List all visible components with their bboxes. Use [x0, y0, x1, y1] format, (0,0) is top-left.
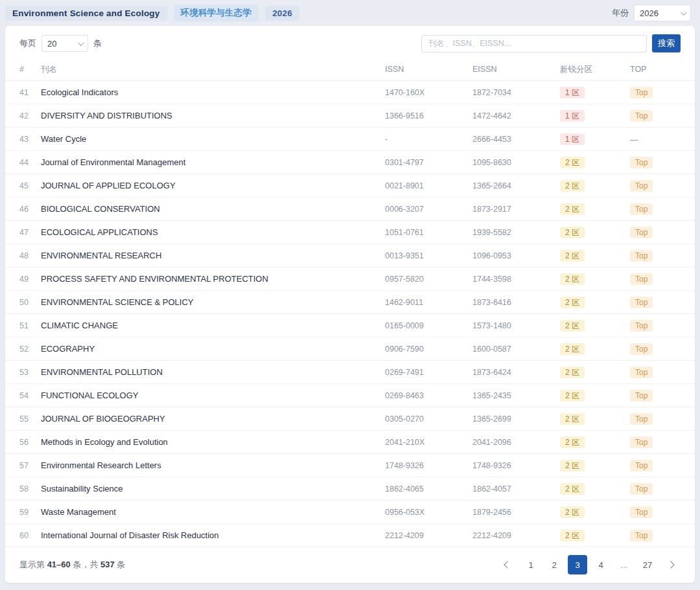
prev-page-button[interactable] — [498, 555, 517, 574]
zone-badge: 2 区 — [560, 506, 585, 518]
zone-badge: 2 区 — [560, 273, 585, 285]
result-summary: 显示第 41–60 条，共 537 条 — [19, 559, 125, 571]
top-cell: Top — [630, 226, 681, 238]
page-button[interactable]: 1 — [521, 555, 541, 574]
top-cell: Top — [630, 413, 681, 425]
table-toolbar: 每页 20 条 搜索 — [5, 26, 695, 58]
zone-cell: 2 区 — [560, 319, 630, 332]
table-row: 43 Water Cycle - 2666-4453 1 区 — — [5, 127, 695, 150]
journal-name[interactable]: Journal of Environmental Management — [41, 157, 385, 167]
search-button[interactable]: 搜索 — [652, 34, 681, 52]
journal-name[interactable]: Environmental Research Letters — [41, 460, 385, 470]
zone-badge: 2 区 — [560, 250, 585, 262]
category-name-en[interactable]: Environment Science and Ecology — [5, 6, 167, 21]
row-index: 44 — [19, 158, 41, 167]
year-select[interactable]: 2026 — [634, 5, 691, 21]
table-row: 53 ENVIRONMENTAL POLLUTION 0269-7491 187… — [5, 360, 695, 383]
eissn-value: 1873-6416 — [472, 298, 560, 307]
zone-cell: 2 区 — [560, 343, 630, 355]
eissn-value: 1095-8630 — [472, 158, 560, 167]
journal-name[interactable]: Water Cycle — [41, 134, 385, 144]
issn-value: 1366-9516 — [385, 111, 472, 120]
zone-badge: 2 区 — [560, 460, 585, 471]
journal-name[interactable]: Waste Management — [41, 507, 385, 517]
page-button[interactable]: 3 — [568, 555, 587, 574]
journal-name[interactable]: Sustainability Science — [41, 484, 385, 494]
journal-name[interactable]: JOURNAL OF APPLIED ECOLOGY — [41, 181, 385, 190]
journal-name[interactable]: PROCESS SAFETY AND ENVIRONMENTAL PROTECT… — [41, 274, 385, 284]
page-button[interactable]: 2 — [544, 555, 564, 574]
per-page-control: 每页 20 条 — [19, 35, 102, 52]
top-badge: Top — [630, 297, 653, 308]
journal-name[interactable]: ENVIRONMENTAL RESEARCH — [41, 251, 385, 260]
journal-name[interactable]: ECOGRAPHY — [41, 344, 385, 354]
zone-badge: 2 区 — [560, 203, 585, 215]
issn-value: 2212-4209 — [385, 531, 472, 540]
per-page-prefix-label: 每页 — [19, 38, 36, 49]
zone-cell: 2 区 — [560, 529, 630, 541]
journal-name[interactable]: DIVERSITY AND DISTRIBUTIONS — [41, 111, 385, 120]
eissn-value: 1472-4642 — [472, 111, 560, 120]
search-input[interactable] — [421, 35, 647, 52]
top-badge: Top — [630, 460, 653, 471]
journal-name[interactable]: ENVIRONMENTAL SCIENCE & POLICY — [41, 297, 385, 307]
column-header-top: TOP — [630, 65, 681, 74]
issn-value: 0165-0009 — [385, 321, 472, 330]
year-filter: 年份 2026 — [612, 5, 691, 21]
category-name-zh[interactable]: 环境科学与生态学 — [174, 5, 259, 21]
zone-cell: 2 区 — [560, 179, 630, 192]
table-row: 60 International Journal of Disaster Ris… — [5, 523, 695, 547]
issn-value: 0301-4797 — [385, 158, 472, 167]
table-row: 57 Environmental Research Letters 1748-9… — [5, 453, 695, 477]
zone-cell: 2 区 — [560, 273, 630, 285]
zone-cell: 2 区 — [560, 482, 630, 495]
next-page-button[interactable] — [661, 555, 681, 574]
table-header-row: # 刊名 ISSN EISSN 新锐分区 TOP — [5, 58, 695, 80]
per-page-value: 20 — [47, 39, 56, 49]
row-index: 55 — [19, 414, 41, 424]
summary-range: 41–60 — [47, 560, 71, 569]
column-header-index: # — [19, 65, 41, 74]
top-cell: Top — [630, 156, 681, 168]
top-badge: Top — [630, 87, 653, 98]
table-row: 41 Ecological Indicators 1470-160X 1872-… — [5, 80, 695, 104]
top-badge: Top — [630, 273, 653, 285]
page-button[interactable]: 4 — [591, 555, 611, 574]
zone-badge: 2 区 — [560, 530, 585, 541]
year-tag[interactable]: 2026 — [265, 6, 299, 21]
journal-name[interactable]: CLIMATIC CHANGE — [41, 321, 385, 330]
top-badge: Top — [630, 343, 653, 355]
top-cell: — — [630, 133, 681, 145]
page-button[interactable]: 27 — [638, 555, 657, 574]
zone-cell: 2 区 — [560, 413, 630, 425]
top-badge: Top — [630, 367, 653, 378]
issn-value: 0305-0270 — [385, 414, 472, 424]
zone-badge: 2 区 — [560, 437, 585, 448]
journal-name[interactable]: FUNCTIONAL ECOLOGY — [41, 391, 385, 400]
journal-name[interactable]: Ecological Indicators — [41, 87, 385, 97]
eissn-value: 2212-4209 — [472, 531, 560, 540]
issn-value: 0021-8901 — [385, 181, 472, 190]
journal-name[interactable]: ECOLOGICAL APPLICATIONS — [41, 227, 385, 237]
zone-badge: 1 区 — [560, 87, 585, 98]
issn-value: 0957-5820 — [385, 275, 472, 284]
top-cell: Top — [630, 529, 681, 541]
top-cell: Top — [630, 179, 681, 192]
per-page-select[interactable]: 20 — [41, 35, 88, 52]
zone-badge: 2 区 — [560, 320, 585, 332]
journal-name[interactable]: BIOLOGICAL CONSERVATION — [41, 204, 385, 214]
journal-name[interactable]: ENVIRONMENTAL POLLUTION — [41, 367, 385, 377]
top-cell: Top — [630, 343, 681, 355]
issn-value: 2041-210X — [385, 438, 472, 447]
row-index: 46 — [19, 205, 41, 214]
journal-name[interactable]: Methods in Ecology and Evolution — [41, 437, 385, 447]
table-row: 50 ENVIRONMENTAL SCIENCE & POLICY 1462-9… — [5, 290, 695, 313]
journal-name[interactable]: International Journal of Disaster Risk R… — [41, 530, 385, 540]
eissn-value: 1600-0587 — [472, 345, 560, 354]
table-row: 56 Methods in Ecology and Evolution 2041… — [5, 430, 695, 453]
year-select-value: 2026 — [640, 8, 659, 18]
summary-suffix: 条 — [115, 560, 126, 569]
row-index: 51 — [19, 321, 41, 330]
table-row: 58 Sustainability Science 1862-4065 1862… — [5, 477, 695, 500]
journal-name[interactable]: JOURNAL OF BIOGEOGRAPHY — [41, 414, 385, 424]
